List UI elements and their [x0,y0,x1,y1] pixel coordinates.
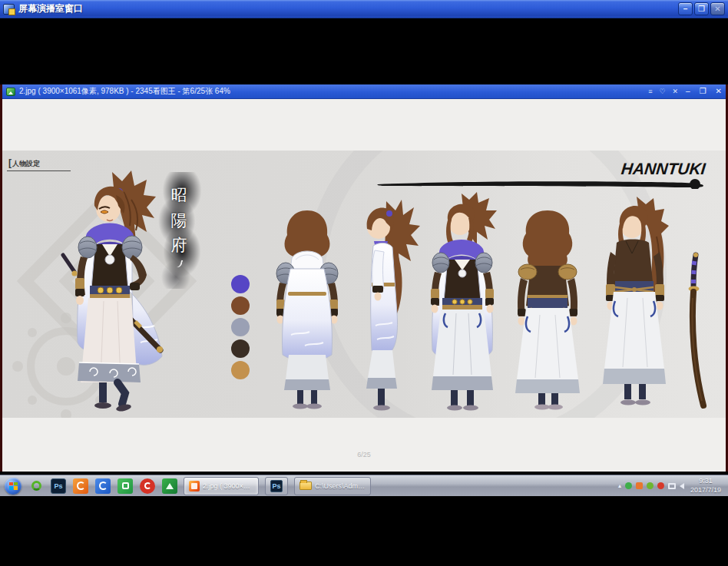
viewer-exit-icon[interactable]: ✕ [673,88,679,95]
image-viewer-window: 2.jpg ( 3900×1061像素, 978KB ) - 2345看图王 -… [0,84,728,472]
pinned-icon-green-app[interactable] [117,478,133,494]
taskbar: Ps 2.jpg ( 3900×10... Ps C:\Users\Admini… [0,475,728,496]
sheet-header-text: 人物設定 [12,160,40,167]
tray-update-icon[interactable] [636,482,643,489]
turnaround-side-robe [346,198,423,413]
studio-window-titlebar[interactable]: 屏幕演播室窗口 – ❐ ✕ [0,0,728,18]
turnaround-back-robe [265,206,349,412]
tray-sync-icon[interactable] [647,482,654,489]
tray-network-icon[interactable] [668,483,676,489]
viewer-maximize-button[interactable]: ❐ [700,88,706,95]
windows-flag-icon [9,482,18,490]
page-indicator: 6/25 [2,451,726,458]
studio-minimize-button[interactable]: – [678,2,693,15]
folder-icon [299,482,312,490]
photoshop-task-icon: Ps [270,480,283,492]
turnaround-front-full [419,192,506,413]
task-button-photoshop[interactable]: Ps [265,477,288,495]
sheet-header-bracket: [ [8,157,12,168]
pinned-icon-photoshop[interactable]: Ps [51,478,66,494]
pinned-icon-orange-browser[interactable] [73,478,88,494]
system-tray: ▴ [618,482,684,489]
clock-date: 2017/7/19 [690,486,721,495]
taskbar-clock[interactable]: 9:31 2017/7/19 [689,477,726,495]
viewer-minimize-button[interactable]: – [686,88,690,95]
viewer-titlebar[interactable]: 2.jpg ( 3900×1061像素, 978KB ) - 2345看图王 -… [2,84,726,99]
studio-window-title: 屏幕演播室窗口 [18,2,678,15]
viewer-favorite-icon[interactable]: ♡ [659,88,665,95]
pinned-icon-green-chart[interactable] [162,478,177,494]
explorer-task-label: C:\Users\Admini... [315,482,366,490]
palette-swatch [231,339,250,358]
viewer-close-button[interactable]: ✕ [716,88,722,95]
brush-stroke-line [376,178,706,189]
color-palette [231,275,250,379]
task-button-image-viewer[interactable]: 2.jpg ( 3900×10... [184,477,259,495]
clock-time: 9:31 [690,477,721,485]
turnaround-front-brown [592,195,678,413]
viewer-canvas: [人物設定 HANNTUKI 昭 陽 府 [2,99,726,472]
palette-swatch [231,361,250,379]
katana-prop [680,252,709,413]
viewer-title: 2.jpg ( 3900×1061像素, 978KB ) - 2345看图王 -… [19,86,648,97]
main-character-illustration [39,169,187,416]
viewer-task-label: 2.jpg ( 3900×10... [203,482,253,490]
character-sheet-image: [人物設定 HANNTUKI 昭 陽 府 [2,151,726,418]
tray-expand-icon[interactable]: ▴ [618,483,621,489]
tray-alert-icon[interactable] [657,482,664,489]
task-button-explorer[interactable]: C:\Users\Admini... [294,477,371,495]
palette-swatch [231,296,250,315]
artist-signature: HANNTUKI [620,160,706,178]
pinned-icon-red-music[interactable] [140,478,155,494]
palette-swatch [231,318,250,336]
tray-shield-icon[interactable] [625,482,632,489]
start-button[interactable] [5,478,22,495]
viewer-app-icon [6,88,15,96]
pinned-icon-green-ring[interactable] [28,478,44,494]
tray-volume-icon[interactable] [680,483,684,489]
studio-window-icon [3,4,15,15]
pinned-icon-blue-browser[interactable] [95,478,111,494]
viewer-task-icon [189,481,200,492]
turnaround-back-brown [505,207,591,412]
studio-close-button[interactable]: ✕ [710,2,725,15]
viewer-menu-icon[interactable]: ≡ [648,88,652,95]
studio-restore-button[interactable]: ❐ [694,2,709,15]
palette-swatch [231,275,250,293]
screen: 屏幕演播室窗口 – ❐ ✕ 2.jpg ( 3900×1061像素, 978KB… [0,0,728,566]
